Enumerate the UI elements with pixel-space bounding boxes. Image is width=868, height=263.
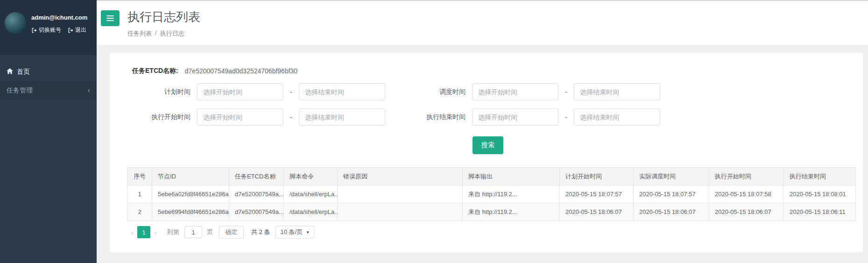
exec-start-begin-input[interactable] bbox=[197, 108, 283, 126]
user-panel: admin@ichunt.com 切换账号 bbox=[0, 0, 97, 55]
cell-exec-start: 2020-05-15 18:06:07 bbox=[709, 203, 784, 221]
current-page-button[interactable]: 1 bbox=[137, 226, 150, 238]
log-table: 序号 节点ID 任务ETCD名称 脚本命令 错误原因 脚本输出 计划开始时间 实… bbox=[127, 167, 856, 221]
filter-row-1: 计划时间 - 调度时间 - bbox=[110, 83, 863, 100]
home-icon bbox=[7, 68, 13, 76]
schedule-start-time-input[interactable] bbox=[472, 83, 558, 100]
col-error-reason: 错误原因 bbox=[338, 168, 463, 185]
breadcrumb-current: 执行日志 bbox=[160, 29, 184, 38]
cell-exec-end: 2020-05-15 18:08:01 bbox=[784, 185, 856, 203]
col-script-command: 脚本命令 bbox=[284, 168, 338, 185]
total-count-label: 共 2 条 bbox=[251, 228, 270, 236]
range-separator: - bbox=[283, 88, 299, 96]
col-etcd-name: 任务ETCD名称 bbox=[229, 168, 284, 185]
cell-node-id: 5ebe6994fd8f46651e286ad6 bbox=[152, 203, 229, 221]
range-separator: - bbox=[283, 114, 299, 121]
search-button[interactable]: 搜索 bbox=[473, 136, 503, 154]
plan-start-time-input[interactable] bbox=[197, 83, 283, 100]
exec-start-end-input[interactable] bbox=[299, 108, 385, 126]
cell-error-reason bbox=[338, 203, 463, 221]
col-script-output: 脚本输出 bbox=[463, 168, 560, 185]
table-row[interactable]: 2 5ebe6994fd8f46651e286ad6 d7e520007549a… bbox=[127, 203, 856, 221]
plan-time-label: 计划时间 bbox=[110, 88, 197, 96]
exec-end-end-input[interactable] bbox=[574, 108, 660, 126]
plan-end-time-input[interactable] bbox=[299, 83, 385, 100]
logout-button[interactable]: 退出 bbox=[68, 26, 86, 34]
sidebar-item-label: 首页 bbox=[17, 68, 30, 76]
col-actual-schedule: 实际调度时间 bbox=[634, 168, 709, 185]
sidebar-item-label: 任务管理 bbox=[7, 86, 33, 95]
page-unit-label: 页 bbox=[207, 228, 213, 236]
etcd-name-value: d7e520007549ad0d32524706bf96bf30 bbox=[185, 67, 297, 75]
pagination: ‹ 1 › 到第 页 确定 共 2 条 10 条/页 ▼ bbox=[127, 226, 863, 239]
log-card: 任务ETCD名称: d7e520007549ad0d32524706bf96bf… bbox=[110, 53, 863, 252]
cell-script-output: 来自 http://119.2... bbox=[463, 203, 560, 221]
chevron-left-icon: ‹ bbox=[87, 86, 90, 95]
col-index: 序号 bbox=[127, 168, 152, 185]
user-email: admin@ichunt.com bbox=[31, 14, 87, 21]
main-area: 执行日志列表 任务列表 / 执行日志 任务ETCD名称: d7e52000754… bbox=[97, 0, 868, 263]
etcd-name-label: 任务ETCD名称: bbox=[132, 67, 178, 75]
breadcrumb-separator: / bbox=[155, 29, 157, 38]
cell-actual-schedule: 2020-05-15 18:06:07 bbox=[634, 203, 709, 221]
switch-account-button[interactable]: 切换账号 bbox=[31, 26, 61, 34]
cell-exec-end: 2020-05-15 18:06:11 bbox=[784, 203, 856, 221]
cell-script-command: /data/shell/erpLa... bbox=[284, 203, 338, 221]
cell-script-output: 来自 http://119.2... bbox=[463, 185, 560, 203]
breadcrumb-task-list[interactable]: 任务列表 bbox=[127, 29, 152, 38]
schedule-time-label: 调度时间 bbox=[385, 88, 472, 96]
page-title: 执行日志列表 bbox=[127, 9, 200, 25]
user-info: admin@ichunt.com 切换账号 bbox=[31, 12, 87, 55]
sidebar-menu: 首页 任务管理 ‹ bbox=[0, 55, 97, 100]
goto-page-input[interactable] bbox=[184, 226, 202, 238]
dropdown-caret-icon: ▼ bbox=[306, 230, 310, 235]
col-exec-start: 执行开始时间 bbox=[709, 168, 784, 185]
content: 任务ETCD名称: d7e520007549ad0d32524706bf96bf… bbox=[97, 45, 868, 263]
schedule-end-time-input[interactable] bbox=[574, 83, 660, 100]
exec-start-time-label: 执行开始时间 bbox=[110, 113, 197, 121]
cell-error-reason bbox=[338, 185, 463, 203]
confirm-page-button[interactable]: 确定 bbox=[219, 226, 244, 239]
cell-node-id: 5ebe6a02fd8f46651e286ad7 bbox=[152, 185, 229, 203]
sidebar-item-home[interactable]: 首页 bbox=[0, 63, 97, 81]
cell-etcd-name: d7e520007549a... bbox=[229, 185, 284, 203]
breadcrumb: 任务列表 / 执行日志 bbox=[127, 29, 200, 38]
sidebar-item-task-management[interactable]: 任务管理 ‹ bbox=[0, 81, 97, 100]
cell-etcd-name: d7e520007549a... bbox=[229, 203, 284, 221]
table-header-row: 序号 节点ID 任务ETCD名称 脚本命令 错误原因 脚本输出 计划开始时间 实… bbox=[127, 168, 856, 185]
col-exec-end: 执行结束时间 bbox=[784, 168, 856, 185]
prev-page-button[interactable]: ‹ bbox=[127, 228, 137, 236]
cell-index: 1 bbox=[127, 185, 152, 203]
filter-row-2: 执行开始时间 - 执行结束时间 - bbox=[110, 108, 863, 126]
sidebar-toggle-button[interactable] bbox=[101, 10, 120, 26]
switch-account-label: 切换账号 bbox=[39, 26, 61, 34]
cell-index: 2 bbox=[127, 203, 152, 221]
cell-plan-start: 2020-05-15 18:07:57 bbox=[560, 185, 634, 203]
sign-out-icon bbox=[68, 28, 73, 33]
col-node-id: 节点ID bbox=[152, 168, 229, 185]
goto-page-label: 到第 bbox=[167, 228, 179, 236]
logout-label: 退出 bbox=[75, 26, 86, 34]
hamburger-icon bbox=[106, 15, 114, 21]
cell-actual-schedule: 2020-05-15 18:07:57 bbox=[634, 185, 709, 203]
sign-out-icon bbox=[31, 28, 37, 33]
cell-exec-start: 2020-05-15 18:07:58 bbox=[709, 185, 784, 203]
topbar: 执行日志列表 任务列表 / 执行日志 bbox=[97, 0, 868, 45]
log-table-wrap: 序号 节点ID 任务ETCD名称 脚本命令 错误原因 脚本输出 计划开始时间 实… bbox=[127, 167, 855, 221]
range-separator: - bbox=[558, 88, 574, 96]
page: admin@ichunt.com 切换账号 bbox=[0, 0, 868, 263]
table-row[interactable]: 1 5ebe6a02fd8f46651e286ad7 d7e520007549a… bbox=[127, 185, 856, 203]
exec-end-begin-input[interactable] bbox=[472, 108, 558, 126]
avatar bbox=[5, 12, 26, 34]
next-page-button[interactable]: › bbox=[150, 228, 161, 236]
range-separator: - bbox=[558, 114, 574, 121]
cell-plan-start: 2020-05-15 18:06:07 bbox=[560, 203, 634, 221]
page-size-value: 10 条/页 bbox=[280, 228, 303, 236]
exec-end-time-label: 执行结束时间 bbox=[385, 113, 472, 121]
cell-script-command: /data/shell/erpLa... bbox=[284, 185, 338, 203]
page-size-select[interactable]: 10 条/页 ▼ bbox=[275, 226, 314, 239]
col-plan-start: 计划开始时间 bbox=[560, 168, 634, 185]
sidebar: admin@ichunt.com 切换账号 bbox=[0, 0, 97, 263]
